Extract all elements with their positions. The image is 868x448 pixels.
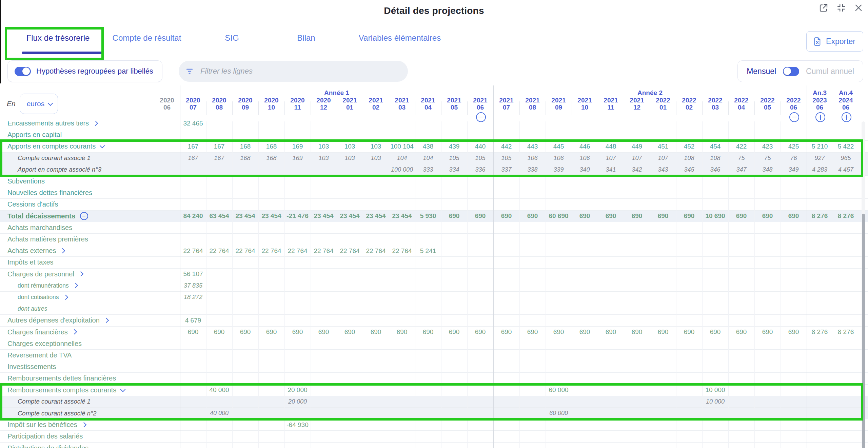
collapse-year-button[interactable] [476,112,486,122]
expand-year-button[interactable] [842,112,851,122]
header-column-separator [807,101,807,115]
export-file-icon [813,37,822,46]
cell-value: 334 [441,164,467,175]
cell-value: 10 690 [702,211,728,222]
collapse-section-icon[interactable] [80,212,88,220]
cell-value: 56 107 [180,269,206,280]
cell-value: 439 [441,141,467,152]
chevron-right-icon[interactable] [73,283,78,288]
chevron-right-icon[interactable] [104,318,109,323]
cell-value: 168 [258,141,284,152]
cell-value: 438 [415,141,441,152]
cell-value: 5 210 [807,141,833,152]
cell-value: 167 [206,153,232,164]
cell-value: 339 [546,164,572,175]
cell-value: 108 [702,153,728,164]
filter-rows-input[interactable] [200,66,401,76]
header-column-separator [781,101,781,115]
cell-value: 452 [676,141,702,152]
row-label[interactable]: Charges financières [7,327,76,338]
collapse-year-button[interactable] [789,112,799,122]
tab-sig[interactable]: SIG [225,33,239,43]
row-label[interactable]: Charges de personnel [7,269,83,280]
chevron-down-icon[interactable] [100,143,105,149]
open-in-new-icon[interactable] [818,3,829,13]
row-label[interactable]: Remboursements comptes courants [7,385,125,396]
cell-value: 5 422 [833,141,859,152]
row-label[interactable]: dont rémunérations [18,280,77,291]
chevron-right-icon[interactable] [72,329,77,335]
period-mensuel-label[interactable]: Mensuel [747,67,776,76]
chevron-right-icon[interactable] [60,248,65,254]
table-row-impo-ts-et-taxes: Impôts et taxes [0,257,868,268]
cell-value: 690 [363,327,389,338]
export-button[interactable]: Exporter [806,31,863,52]
chevron-right-icon[interactable] [78,271,84,277]
cell-value: 4 457 [833,164,859,175]
tab-compte-de-resultat[interactable]: Compte de résultat [113,33,181,43]
chevron-down-icon[interactable] [120,387,126,392]
column-header: 202012 [311,97,337,111]
row-label[interactable]: Apports en comptes courants [7,141,104,152]
table-row-impo-t-sur-les-be-ne-fices: Impôt sur les bénéfices-64 930 [0,419,868,431]
cell-value: 20 000 [284,385,311,396]
row-label[interactable]: Achats externes [7,245,64,256]
cell-value: 690 [624,327,650,338]
cell-value: 103 [337,141,363,152]
cell-value: 63 454 [206,211,232,222]
header-column-separator [546,101,546,115]
row-label[interactable]: dont cotisations [18,292,67,303]
column-header: 202111 [598,97,624,111]
close-icon[interactable] [854,3,863,13]
period-cumul-annuel-label[interactable]: Cumul annuel [806,67,854,76]
cell-value: 8 276 [833,211,859,222]
cell-value: 75 [728,153,754,164]
cell-value: 454 [702,141,728,152]
row-label: Subventions [7,176,45,187]
unit-prefix: En [7,100,16,108]
row-label: Achats marchandises [7,222,72,233]
cell-value: 690 [754,327,781,338]
group-by-label-toggle[interactable] [15,67,31,76]
cell-value: 5 930 [415,211,441,222]
header-column-separator [598,101,598,115]
cell-value: 167 [180,141,206,152]
period-toggle[interactable] [783,67,799,76]
tab-variables-elementaires[interactable]: Variables élémentaires [359,33,441,43]
row-label[interactable]: Impôt sur les bénéfices [7,419,86,430]
header-column-separator [676,101,676,115]
row-label: Participation des salariés [7,431,83,442]
cell-value: 60 000 [546,385,572,396]
cell-value: 103 [311,153,337,164]
header-column-separator [754,101,755,115]
chevron-right-icon[interactable] [63,294,68,300]
year-group-label: Année 2 [493,89,807,97]
column-header: 202201 [650,97,676,111]
row-label: Cessions d'actifs [7,199,58,210]
tab-flux-de-tresorerie[interactable]: Flux de trésorerie [26,33,90,43]
cell-value: 105 [467,153,493,164]
cell-value: 690 [415,327,441,338]
header-column-separator [311,101,311,115]
expand-year-button[interactable] [815,112,825,122]
cell-value: 690 [676,211,702,222]
row-label[interactable]: Total décaissements [7,211,88,222]
group-by-label-text: Hypothèses regroupées par libellés [36,67,153,76]
cell-value: 22 764 [232,245,258,256]
table-row-reversement-de-tva: Reversement de TVA [0,350,868,361]
cell-value: 690 [728,327,754,338]
cell-value: 690 [180,327,206,338]
tab-bilan[interactable]: Bilan [297,33,315,43]
exit-fullscreen-icon[interactable] [836,3,846,13]
column-header: 202101 [337,97,363,111]
cell-value: 690 [754,211,781,222]
vertical-scrollbar-thumb[interactable] [862,214,865,448]
row-label[interactable]: Autres dépenses d'exploitation [7,315,108,326]
column-header: 202011 [284,97,311,111]
header-column-separator [284,101,285,115]
table-row-cessions-d-actifs: Cessions d'actifs [0,199,868,210]
chevron-right-icon[interactable] [81,422,86,428]
unit-select[interactable]: euros [20,94,58,114]
cell-value: 690 [728,211,754,222]
header-column-separator [650,101,650,115]
